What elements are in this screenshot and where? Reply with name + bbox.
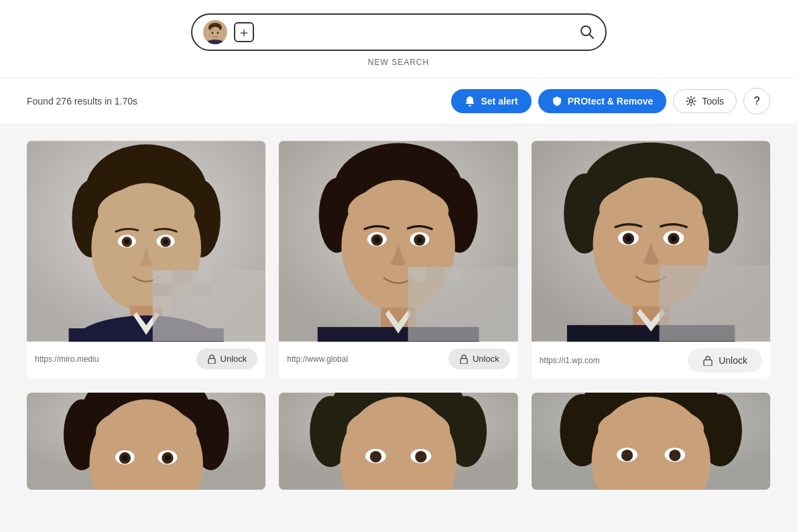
svg-line-8: [589, 35, 593, 39]
image-card: https://i1.wp.com Unlock: [532, 141, 770, 379]
image-grid-area: https://miro.mediu Unlock: [0, 125, 797, 506]
card-url: http://www.global: [287, 354, 348, 364]
svg-rect-36: [172, 296, 192, 309]
svg-point-50: [417, 237, 423, 243]
image-placeholder: [27, 141, 265, 342]
help-icon: ?: [754, 95, 760, 107]
face-image: [27, 141, 265, 342]
bell-icon: [465, 96, 475, 107]
svg-rect-28: [153, 270, 172, 283]
new-search-link[interactable]: NEW SEARCH: [368, 58, 429, 67]
lock-icon: [207, 354, 217, 364]
unlock-button[interactable]: Unlock: [688, 348, 762, 373]
face-image: [532, 393, 770, 490]
image-placeholder: [279, 393, 517, 490]
card-footer: https://miro.mediu Unlock: [27, 342, 265, 376]
avatar-thumbnail: [203, 20, 227, 44]
unlock-label: Unlock: [221, 354, 247, 364]
unlock-button[interactable]: Unlock: [448, 348, 510, 369]
image-grid: https://miro.mediu Unlock: [27, 141, 770, 490]
svg-rect-55: [408, 267, 426, 281]
svg-rect-57: [444, 267, 463, 281]
svg-point-9: [690, 100, 693, 103]
svg-rect-33: [172, 283, 192, 296]
header: ＋ NEW SEARCH: [0, 0, 797, 78]
svg-rect-34: [192, 283, 211, 296]
avatar-icon: [203, 20, 227, 44]
svg-point-107: [598, 406, 704, 452]
lock-icon: [702, 355, 713, 366]
gear-icon: [686, 96, 696, 107]
tools-button[interactable]: Tools: [673, 89, 737, 113]
results-count: Found 276 results in 1.70s: [27, 96, 137, 107]
svg-rect-76: [704, 360, 712, 366]
svg-point-70: [625, 236, 631, 242]
image-card: [279, 393, 517, 490]
svg-point-111: [669, 450, 680, 461]
svg-point-22: [163, 239, 168, 245]
card-footer: http://www.global Unlock: [279, 342, 517, 376]
shield-icon: [552, 96, 562, 107]
image-placeholder: [279, 141, 517, 342]
svg-point-100: [416, 451, 427, 462]
svg-point-83: [96, 407, 196, 456]
svg-point-96: [347, 406, 450, 455]
svg-rect-56: [426, 267, 444, 281]
svg-rect-29: [172, 270, 192, 283]
svg-rect-75: [659, 265, 770, 342]
lock-icon: [459, 354, 469, 364]
svg-point-49: [374, 237, 380, 243]
tools-label: Tools: [702, 96, 724, 107]
image-card: http://www.global Unlock: [279, 141, 517, 379]
image-card: [27, 393, 265, 490]
svg-point-6: [217, 32, 219, 34]
search-bar: ＋: [191, 13, 607, 51]
toolbar: Found 276 results in 1.70s Set alert PRO…: [0, 78, 797, 125]
face-image: [27, 393, 265, 490]
protect-remove-label: PROtect & Remove: [568, 96, 654, 107]
image-card: https://miro.mediu Unlock: [27, 141, 265, 379]
svg-point-110: [621, 450, 633, 461]
svg-rect-32: [153, 283, 172, 296]
svg-rect-35: [153, 296, 172, 309]
svg-point-88: [122, 455, 128, 461]
face-image: [279, 393, 517, 490]
face-image: [279, 141, 517, 342]
image-placeholder: [27, 393, 265, 490]
toolbar-actions: Set alert PROtect & Remove Tools ?: [451, 88, 770, 115]
svg-point-99: [370, 451, 381, 462]
image-placeholder: [532, 141, 770, 342]
svg-point-5: [211, 32, 213, 34]
image-card: [532, 393, 770, 490]
svg-rect-58: [461, 358, 467, 364]
add-image-button[interactable]: ＋: [234, 22, 254, 42]
card-footer: https://i1.wp.com Unlock: [532, 342, 770, 379]
set-alert-button[interactable]: Set alert: [451, 89, 531, 113]
protect-remove-button[interactable]: PROtect & Remove: [538, 89, 667, 113]
svg-point-21: [124, 239, 129, 245]
card-url: https://miro.mediu: [35, 354, 99, 364]
svg-rect-37: [208, 358, 215, 364]
face-image: [532, 141, 770, 342]
svg-point-89: [165, 455, 171, 461]
help-button[interactable]: ?: [743, 88, 770, 115]
svg-point-71: [670, 236, 676, 242]
unlock-label: Unlock: [473, 354, 499, 364]
set-alert-label: Set alert: [481, 96, 517, 107]
search-submit-button[interactable]: [580, 25, 595, 40]
svg-rect-30: [192, 270, 211, 283]
svg-point-16: [98, 186, 194, 238]
svg-rect-31: [210, 270, 230, 283]
search-icon: [580, 25, 595, 40]
unlock-button[interactable]: Unlock: [196, 348, 258, 369]
image-placeholder: [532, 393, 770, 490]
card-url: https://i1.wp.com: [540, 356, 600, 365]
unlock-label: Unlock: [719, 355, 747, 366]
search-input[interactable]: [261, 26, 573, 38]
svg-point-44: [348, 186, 448, 235]
